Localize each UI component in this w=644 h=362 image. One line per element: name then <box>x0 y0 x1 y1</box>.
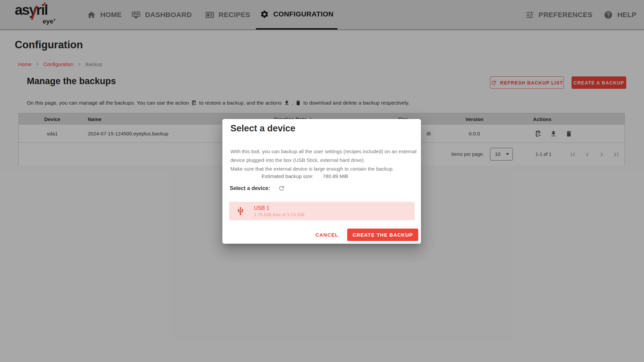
usb-device-text: USB 1 1.75 GiB free of 3.74 GiB <box>254 205 305 217</box>
dialog-body-text: With this tool, you can backup all the u… <box>230 147 417 173</box>
create-the-backup-button[interactable]: CREATE THE BACKUP <box>347 229 418 241</box>
estimated-backup-size-value: 780.89 MiB <box>323 173 348 179</box>
refresh-devices-button[interactable] <box>278 185 285 192</box>
usb-device-name: USB 1 <box>254 205 305 211</box>
dialog-title: Select a device <box>230 123 296 134</box>
usb-device-capacity: 1.75 GiB free of 3.74 GiB <box>254 212 305 217</box>
dialog-body-paragraph-2: Make sure that the external device is la… <box>230 165 417 173</box>
estimated-backup-size-label: Estimated backup size: <box>262 173 313 179</box>
dialog-body-paragraph-1: With this tool, you can backup all the u… <box>230 147 417 165</box>
select-device-label: Select a device: <box>230 185 270 191</box>
select-device-row: Select a device: <box>230 185 285 192</box>
dialog-actions: CANCEL CREATE THE BACKUP <box>311 229 418 241</box>
select-device-dialog: Select a device With this tool, you can … <box>222 119 421 244</box>
cancel-button[interactable]: CANCEL <box>311 229 342 240</box>
usb-device-option[interactable]: USB 1 1.75 GiB free of 3.74 GiB <box>229 202 415 220</box>
usb-icon <box>236 206 245 216</box>
estimated-backup-size-row: Estimated backup size: 780.89 MiB <box>262 173 348 179</box>
refresh-icon <box>278 185 285 192</box>
